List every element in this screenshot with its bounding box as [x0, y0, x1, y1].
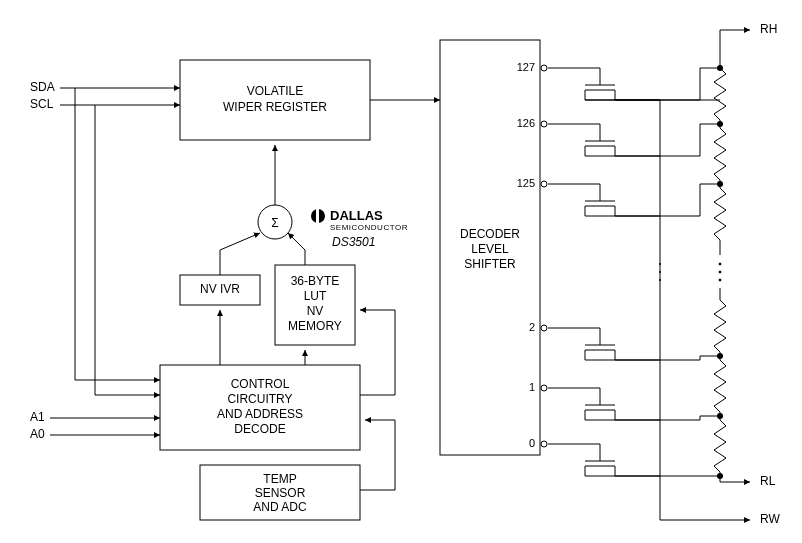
svg-text:NV IVR: NV IVR [200, 282, 240, 296]
pin-scl-label: SCL [30, 97, 54, 111]
svg-text:Σ: Σ [271, 216, 278, 230]
svg-text:36-BYTE: 36-BYTE [291, 274, 340, 288]
svg-point-105 [541, 181, 547, 187]
svg-point-61 [719, 271, 721, 273]
pin-a0-label: A0 [30, 427, 45, 441]
tap-127: 127 [517, 61, 720, 100]
svg-text:DALLAS: DALLAS [330, 208, 383, 223]
temp-sensor-adc-block: TEMP SENSOR AND ADC [200, 465, 360, 520]
svg-text:127: 127 [517, 61, 535, 73]
svg-text:SEMICONDUCTOR: SEMICONDUCTOR [330, 223, 408, 232]
svg-text:2: 2 [529, 321, 535, 333]
svg-point-62 [719, 279, 721, 281]
tap-switch-1: 1 [529, 381, 720, 420]
tap-switch-127 [585, 68, 720, 100]
svg-point-144 [541, 441, 547, 447]
svg-text:AND ADDRESS: AND ADDRESS [217, 407, 303, 421]
pin-rl-label: RL [760, 474, 776, 488]
lut-nv-memory-block: 36-BYTE LUT NV MEMORY [275, 265, 355, 345]
brand-logo: DALLAS SEMICONDUCTOR DS3501 [311, 208, 408, 249]
svg-text:VOLATILE: VOLATILE [247, 84, 303, 98]
svg-text:NV: NV [307, 304, 324, 318]
svg-text:DS3501: DS3501 [332, 235, 375, 249]
pin-a1: A1 [30, 410, 160, 424]
svg-text:SHIFTER: SHIFTER [464, 257, 516, 271]
svg-text:WIPER REGISTER: WIPER REGISTER [223, 100, 327, 114]
svg-point-116 [659, 263, 661, 265]
pin-rh-label: RH [760, 22, 777, 36]
resistor-ladder [714, 68, 726, 482]
volatile-wiper-register-block: VOLATILE WIPER REGISTER [180, 60, 370, 140]
sigma-adder: Σ [258, 205, 292, 239]
pin-rw-label: RW [760, 512, 780, 526]
svg-point-75 [541, 65, 547, 71]
svg-text:126: 126 [517, 117, 535, 129]
svg-line-21 [220, 233, 260, 250]
svg-text:TEMP: TEMP [263, 472, 296, 486]
svg-text:LUT: LUT [304, 289, 327, 303]
svg-text:AND ADC: AND ADC [253, 500, 307, 514]
pin-a1-label: A1 [30, 410, 45, 424]
svg-text:125: 125 [517, 177, 535, 189]
svg-text:MEMORY: MEMORY [288, 319, 342, 333]
tap-switch-126: 126 [517, 117, 720, 156]
svg-text:CIRCUITRY: CIRCUITRY [227, 392, 292, 406]
tap-switch-125: 125 [517, 177, 720, 216]
tap-switch-2: 2 [529, 321, 720, 360]
svg-text:LEVEL: LEVEL [471, 242, 509, 256]
svg-text:1: 1 [529, 381, 535, 393]
control-circuitry-block: CONTROL CIRCUITRY AND ADDRESS DECODE [160, 365, 360, 450]
svg-text:CONTROL: CONTROL [231, 377, 290, 391]
pin-sda: SDA [30, 80, 180, 94]
tap-switch-0: 0 [529, 437, 720, 476]
nv-ivr-block: NV IVR [180, 275, 260, 305]
svg-point-120 [541, 325, 547, 331]
svg-text:DECODER: DECODER [460, 227, 520, 241]
svg-point-93 [541, 121, 547, 127]
svg-line-23 [288, 233, 305, 250]
svg-rect-16 [316, 209, 319, 223]
decoder-level-shifter-block: DECODER LEVEL SHIFTER [440, 40, 540, 455]
svg-point-60 [719, 263, 721, 265]
svg-point-118 [659, 279, 661, 281]
pin-scl: SCL [30, 97, 180, 111]
svg-text:DECODE: DECODE [234, 422, 285, 436]
pin-a0: A0 [30, 427, 160, 441]
svg-text:SENSOR: SENSOR [255, 486, 306, 500]
pin-sda-label: SDA [30, 80, 55, 94]
svg-text:0: 0 [529, 437, 535, 449]
svg-point-117 [659, 271, 661, 273]
svg-point-132 [541, 385, 547, 391]
